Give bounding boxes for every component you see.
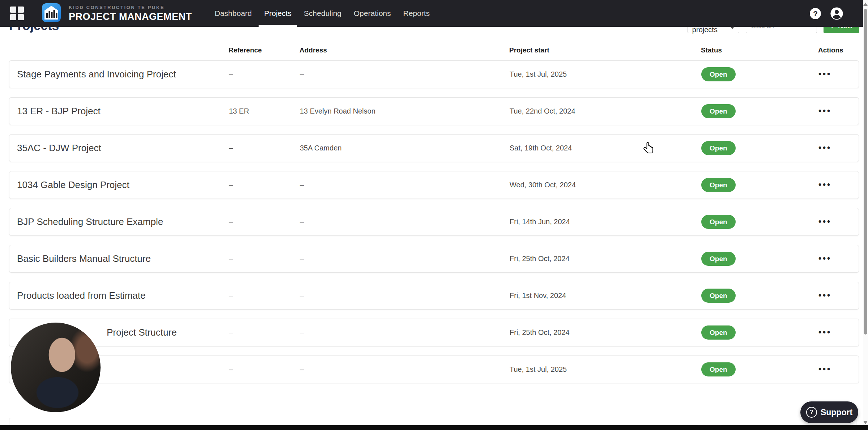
project-address: – — [300, 255, 510, 263]
project-start-date: Sat, 19th Oct, 2024 — [510, 144, 701, 152]
row-actions-ellipsis-icon[interactable]: ••• — [818, 106, 859, 116]
table-row[interactable]: 13 ER - BJP Project 13 ER 13 Evelyn Road… — [9, 97, 859, 125]
project-address: – — [300, 70, 510, 78]
row-actions-ellipsis-icon[interactable]: ••• — [818, 291, 859, 301]
project-reference: – — [229, 291, 300, 300]
brand-block: KIDD CONSTRUCTION TE PUKE PROJECT MANAGE… — [69, 5, 192, 22]
nav-item-dashboard[interactable]: Dashboard — [209, 0, 258, 27]
status-badge: Open — [701, 289, 736, 303]
main-nav: DashboardProjectsSchedulingOperationsRep… — [209, 0, 436, 27]
column-header-project-start: Project start — [509, 46, 701, 54]
project-start-date: Fri, 1st Nov, 2024 — [510, 291, 701, 300]
project-name[interactable]: 35AC - DJW Project — [17, 142, 229, 154]
status-badge: Open — [701, 362, 736, 376]
nav-item-operations[interactable]: Operations — [348, 0, 397, 27]
table-row[interactable]: Products loaded from Estimate – – Fri, 1… — [9, 282, 859, 310]
row-actions-ellipsis-icon[interactable]: ••• — [818, 217, 859, 227]
project-name[interactable]: 13 ER - BJP Project — [17, 106, 229, 117]
project-address: – — [300, 365, 510, 374]
status-badge: Open — [701, 325, 736, 340]
project-name[interactable]: 1034 Gable Design Project — [17, 179, 229, 191]
project-address: – — [300, 218, 510, 226]
project-reference: – — [229, 218, 300, 226]
support-button[interactable]: ? Support — [800, 401, 858, 423]
table-row[interactable]: 1034 Gable Design Project – – Wed, 30th … — [9, 171, 859, 199]
project-name[interactable]: Stage Payments and Invoicing Project — [17, 69, 229, 80]
table-row[interactable]: BJP Scheduling Structure Example – – Fri… — [9, 208, 859, 236]
status-badge: Open — [701, 67, 736, 81]
company-logo-icon[interactable] — [42, 3, 61, 24]
nav-item-reports[interactable]: Reports — [397, 0, 436, 27]
project-address: – — [300, 181, 510, 189]
table-row[interactable]: Basic Builders Manual Structure – – Fri,… — [9, 245, 859, 273]
column-header-address: Address — [299, 46, 509, 54]
top-app-bar: KIDD CONSTRUCTION TE PUKE PROJECT MANAGE… — [0, 0, 863, 27]
project-name[interactable]: BJP Scheduling Structure Example — [17, 216, 229, 227]
table-row[interactable]: Stage Payments and Invoicing Project – –… — [9, 60, 859, 88]
row-actions-ellipsis-icon[interactable]: ••• — [818, 180, 859, 190]
projects-table: Stage Payments and Invoicing Project – –… — [9, 60, 859, 383]
project-start-date: Tue, 1st Jul, 2025 — [510, 70, 701, 78]
webcam-overlay — [11, 323, 101, 412]
project-reference: – — [229, 328, 300, 337]
project-reference: – — [229, 365, 300, 374]
project-name[interactable]: Products loaded from Estimate — [17, 290, 229, 301]
svg-text:?: ? — [813, 9, 818, 17]
project-start-date: Fri, 25th Oct, 2024 — [510, 328, 701, 337]
scroll-up-arrow-icon[interactable] — [863, 3, 868, 6]
topbar-icons: ? — [809, 6, 844, 21]
status-badge: Open — [701, 178, 736, 192]
project-start-date: Tue, 22nd Oct, 2024 — [510, 107, 701, 115]
status-badge: Open — [701, 141, 736, 155]
project-name[interactable]: Basic Builders Manual Structure — [17, 253, 229, 264]
app-title: PROJECT MANAGEMENT — [69, 11, 192, 22]
support-help-icon: ? — [806, 407, 817, 418]
project-reference: – — [229, 181, 300, 189]
column-header-reference: Reference — [229, 46, 299, 54]
help-icon[interactable]: ? — [809, 7, 822, 20]
project-address: 35A Camden — [300, 144, 510, 152]
support-label: Support — [821, 408, 852, 417]
row-actions-ellipsis-icon[interactable]: ••• — [818, 365, 859, 374]
user-avatar-icon[interactable] — [829, 6, 844, 21]
project-address: – — [300, 291, 510, 300]
project-reference: – — [229, 255, 300, 263]
table-row[interactable]: Cr – – Tue, 1st Jul, 2025 Open ••• — [9, 356, 859, 383]
table-row[interactable]: Project Structure – – Fri, 25th Oct, 202… — [9, 319, 859, 346]
project-address: – — [300, 328, 510, 337]
status-badge: Open — [701, 104, 736, 118]
project-reference: 13 ER — [229, 107, 300, 115]
project-reference: – — [229, 144, 300, 152]
row-actions-ellipsis-icon[interactable]: ••• — [818, 328, 859, 337]
row-actions-ellipsis-icon[interactable]: ••• — [818, 143, 859, 153]
company-name: KIDD CONSTRUCTION TE PUKE — [69, 5, 192, 10]
project-start-date: Tue, 1st Jul, 2025 — [510, 365, 701, 374]
vertical-scrollbar[interactable] — [863, 0, 868, 430]
row-actions-ellipsis-icon[interactable]: ••• — [818, 254, 859, 264]
column-header-status: Status — [701, 46, 818, 54]
table-row[interactable]: 35AC - DJW Project – 35A Camden Sat, 19t… — [9, 134, 859, 162]
status-badge: Open — [701, 215, 736, 229]
row-actions-ellipsis-icon[interactable]: ••• — [818, 69, 859, 79]
column-header-actions: Actions — [818, 46, 859, 54]
nav-item-scheduling[interactable]: Scheduling — [298, 0, 348, 27]
table-column-headers: ReferenceAddressProject startStatusActio… — [9, 40, 859, 60]
project-start-date: Fri, 14th Jun, 2024 — [510, 218, 701, 226]
scroll-down-arrow-icon[interactable] — [863, 421, 868, 424]
project-name[interactable]: Project Structure — [107, 327, 229, 338]
app-grid-icon[interactable] — [10, 7, 24, 20]
nav-item-projects[interactable]: Projects — [258, 0, 298, 27]
project-reference: – — [229, 70, 300, 78]
bottom-letterbox — [0, 425, 868, 430]
scrollbar-thumb[interactable] — [864, 9, 867, 335]
project-address: 13 Evelyn Road Nelson — [300, 107, 510, 115]
status-badge: Open — [701, 252, 736, 266]
project-start-date: Fri, 25th Oct, 2024 — [510, 255, 701, 263]
project-start-date: Wed, 30th Oct, 2024 — [510, 181, 701, 189]
